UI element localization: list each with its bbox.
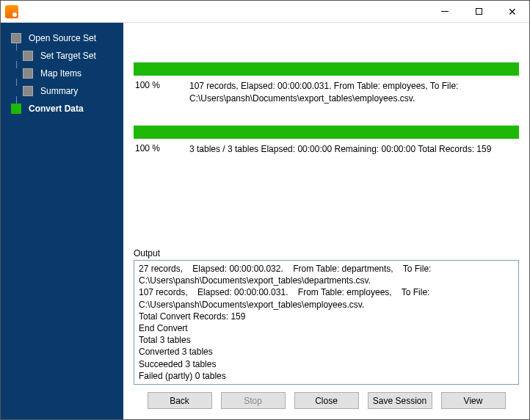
task-progress-bar xyxy=(134,62,519,76)
output-textarea[interactable]: 27 records, Elapsed: 00:00:00.032. From … xyxy=(134,260,519,385)
close-window-button[interactable]: ✕ xyxy=(495,1,529,23)
save-session-button[interactable]: Save Session xyxy=(368,392,432,409)
step-icon xyxy=(11,33,21,43)
output-text: 27 records, Elapsed: 00:00:00.032. From … xyxy=(139,264,434,381)
overall-progress-percent: 100 % xyxy=(135,143,189,153)
titlebar: ✕ xyxy=(1,1,529,23)
view-button[interactable]: View xyxy=(441,392,506,409)
nav-set-target-set[interactable]: Set Target Set xyxy=(1,51,123,61)
step-icon xyxy=(23,51,33,61)
step-icon xyxy=(23,68,33,79)
maximize-button[interactable] xyxy=(462,1,495,23)
step-icon-active xyxy=(11,104,21,114)
window-controls: ✕ xyxy=(428,1,529,23)
nav-open-source-set[interactable]: Open Source Set xyxy=(1,33,123,43)
button-row: Back Stop Close Save Session View xyxy=(134,385,519,412)
nav-convert-data[interactable]: Convert Data xyxy=(1,104,123,114)
nav-label: Convert Data xyxy=(29,104,84,114)
stop-button: Stop xyxy=(221,392,286,409)
overall-progress-text: 3 tables / 3 tables Elapsed: 00:00:00 Re… xyxy=(189,143,518,156)
nav-summary[interactable]: Summary xyxy=(1,86,123,96)
back-button[interactable]: Back xyxy=(148,392,212,409)
nav-map-items[interactable]: Map Items xyxy=(1,68,123,79)
output-label: Output xyxy=(134,248,519,258)
nav-label: Open Source Set xyxy=(29,33,96,43)
app-icon xyxy=(5,5,18,18)
wizard-sidebar: Open Source Set Set Target Set Map Items… xyxy=(1,23,123,419)
minimize-button[interactable] xyxy=(428,1,462,23)
content-pane: 100 % 107 records, Elapsed: 00:00:00.031… xyxy=(123,23,529,419)
close-button[interactable]: Close xyxy=(294,392,359,409)
task-progress-percent: 100 % xyxy=(135,80,189,90)
nav-label: Map Items xyxy=(40,68,81,79)
nav-label: Set Target Set xyxy=(40,51,96,61)
step-icon xyxy=(23,86,33,96)
nav-label: Summary xyxy=(40,86,78,96)
task-progress-text: 107 records, Elapsed: 00:00:00.031. From… xyxy=(189,80,518,105)
overall-progress-bar xyxy=(134,126,519,139)
